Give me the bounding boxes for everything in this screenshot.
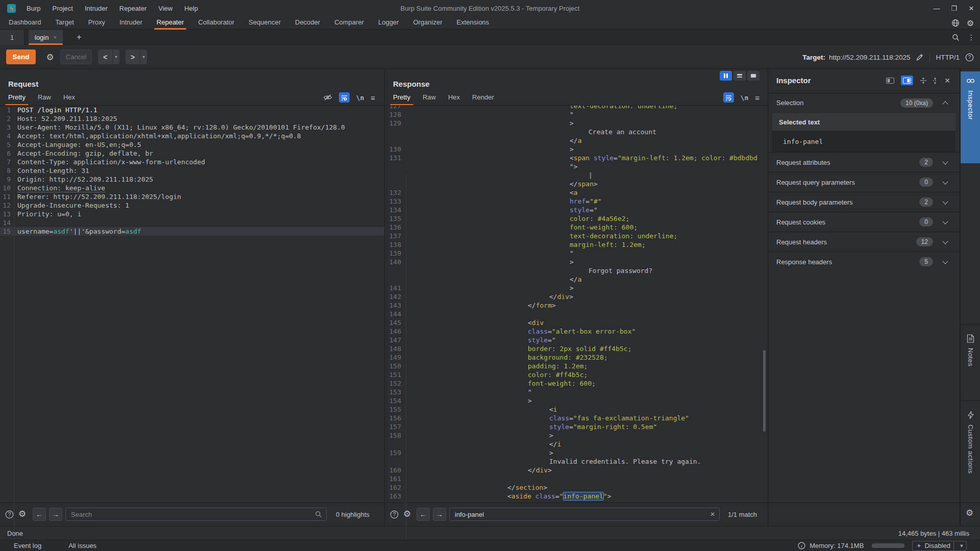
main-tab-logger[interactable]: Logger xyxy=(378,16,399,29)
inspector-close-icon[interactable]: ✕ xyxy=(944,77,950,85)
editor-menu-icon[interactable]: ≡ xyxy=(371,93,375,102)
inspector-section-request-headers[interactable]: Request headers12 xyxy=(768,232,960,252)
tab-search-icon[interactable] xyxy=(952,34,960,41)
main-tab-dashboard[interactable]: Dashboard xyxy=(9,16,41,29)
layout-single-view-button[interactable] xyxy=(747,71,760,81)
ai-dropdown-chevron-icon[interactable]: ▼ xyxy=(957,543,966,548)
settings-gear-icon[interactable]: ⚙ xyxy=(967,18,974,28)
inspector-section-request-cookies[interactable]: Request cookies0 xyxy=(768,212,960,232)
forward-button[interactable]: > xyxy=(126,53,140,61)
main-tab-intruder[interactable]: Intruder xyxy=(119,16,142,29)
help-icon[interactable]: ? xyxy=(965,53,974,62)
menu-project[interactable]: Project xyxy=(52,5,72,12)
inspector-dock-right-button[interactable] xyxy=(901,76,913,85)
response-scrollbar-thumb[interactable] xyxy=(763,350,766,432)
next-match-button[interactable]: → xyxy=(433,508,446,521)
repeater-tab-login[interactable]: login × xyxy=(29,30,63,45)
send-button[interactable]: Send xyxy=(6,49,36,64)
forward-dropdown-icon[interactable]: ▾ xyxy=(140,55,147,59)
close-button[interactable]: ✕ xyxy=(963,0,980,16)
back-dropdown-icon[interactable]: ▾ xyxy=(113,55,119,59)
expand-all-icon[interactable] xyxy=(932,77,939,84)
request-tab-raw[interactable]: Raw xyxy=(38,93,51,106)
forward-button-group[interactable]: > ▾ xyxy=(126,49,147,64)
section-expand-chevron-icon[interactable] xyxy=(942,238,948,244)
cancel-button[interactable]: Cancel xyxy=(60,49,92,64)
maximize-button[interactable]: ❐ xyxy=(945,0,963,16)
next-match-button[interactable]: → xyxy=(49,508,62,521)
event-log-button[interactable]: Event log xyxy=(14,542,41,549)
section-expand-chevron-icon[interactable] xyxy=(942,159,948,164)
tab-close-icon[interactable]: × xyxy=(53,34,56,40)
request-tab-pretty[interactable]: Pretty xyxy=(8,93,26,106)
main-tab-extensions[interactable]: Extensions xyxy=(457,16,489,29)
collapse-all-icon[interactable] xyxy=(920,77,927,84)
search-help-icon[interactable]: ? xyxy=(390,510,399,519)
search-settings-gear-icon[interactable]: ⚙ xyxy=(403,509,411,519)
request-search-input[interactable]: Search xyxy=(65,508,327,521)
previous-match-button[interactable]: ← xyxy=(33,508,46,521)
main-tab-sequencer[interactable]: Sequencer xyxy=(249,16,281,29)
menu-repeater[interactable]: Repeater xyxy=(119,5,146,12)
section-expand-chevron-icon[interactable] xyxy=(942,218,948,224)
layout-horizontal-split-button[interactable] xyxy=(733,71,746,81)
inspector-section-request-query-parameters[interactable]: Request query parameters0 xyxy=(768,172,960,192)
selected-text-value[interactable]: info-panel xyxy=(772,131,955,152)
send-settings-gear-icon[interactable]: ⚙ xyxy=(43,49,57,64)
main-tab-decoder[interactable]: Decoder xyxy=(295,16,320,29)
target-edit-pencil-icon[interactable] xyxy=(916,53,924,61)
repeater-tab-1[interactable]: 1 xyxy=(0,30,24,45)
burp-ai-dropdown[interactable]: ✦ Disabled ▼ xyxy=(912,541,967,551)
section-expand-chevron-icon[interactable] xyxy=(942,179,948,184)
add-tab-button[interactable]: + xyxy=(74,30,85,45)
section-expand-chevron-icon[interactable] xyxy=(942,258,948,264)
main-tab-comparer[interactable]: Comparer xyxy=(334,16,364,29)
memory-info-icon[interactable]: i xyxy=(798,542,805,549)
main-tab-repeater[interactable]: Repeater xyxy=(157,16,184,29)
word-wrap-toggle-icon[interactable] xyxy=(339,92,350,103)
word-wrap-toggle-icon[interactable] xyxy=(723,92,734,103)
back-button-group[interactable]: < ▾ xyxy=(98,49,119,64)
inspector-settings-gear-icon[interactable]: ⚙ xyxy=(966,508,973,518)
inspector-section-request-attributes[interactable]: Request attributes2 xyxy=(768,152,960,172)
main-tab-collaborator[interactable]: Collaborator xyxy=(198,16,234,29)
selection-collapse-chevron-icon[interactable] xyxy=(942,101,948,107)
response-tab-raw[interactable]: Raw xyxy=(423,93,436,106)
inspector-section-request-body-parameters[interactable]: Request body parameters2 xyxy=(768,192,960,212)
request-tab-hex[interactable]: Hex xyxy=(63,93,75,106)
menu-help[interactable]: Help xyxy=(184,5,198,12)
sidebar-tab-notes[interactable]: Notes xyxy=(961,329,980,385)
hide-nonprinting-eye-icon[interactable] xyxy=(323,94,332,101)
main-tab-proxy[interactable]: Proxy xyxy=(88,16,105,29)
request-editor[interactable]: 1POST /login HTTP/1.12Host: 52.209.211.1… xyxy=(0,106,384,503)
response-search-input[interactable]: info-panel ✕ xyxy=(449,508,720,521)
main-tab-target[interactable]: Target xyxy=(56,16,74,29)
sidebar-tab-custom-actions[interactable]: Custom actions xyxy=(961,406,980,487)
editor-menu-icon[interactable]: ≡ xyxy=(755,93,760,102)
show-newlines-toggle[interactable]: \n xyxy=(356,94,364,102)
kebab-menu-icon[interactable]: ⋮ xyxy=(968,33,975,41)
layout-vertical-split-button[interactable] xyxy=(720,71,732,81)
menu-burp[interactable]: Burp xyxy=(27,5,40,12)
search-settings-gear-icon[interactable]: ⚙ xyxy=(18,509,26,519)
sidebar-tab-inspector[interactable]: Inspector xyxy=(961,71,980,163)
inspector-section-response-headers[interactable]: Response headers5 xyxy=(768,252,960,271)
section-expand-chevron-icon[interactable] xyxy=(942,198,948,204)
response-editor[interactable]: 127text-decoration: underline;128"129>Cr… xyxy=(385,106,768,503)
menu-intruder[interactable]: Intruder xyxy=(85,5,108,12)
response-tab-pretty[interactable]: Pretty xyxy=(393,93,410,106)
back-button[interactable]: < xyxy=(98,53,112,61)
previous-match-button[interactable]: ← xyxy=(416,508,430,521)
menu-view[interactable]: View xyxy=(158,5,173,12)
minimize-button[interactable]: — xyxy=(928,0,945,16)
search-help-icon[interactable]: ? xyxy=(5,510,14,519)
extensions-globe-icon[interactable] xyxy=(951,19,960,27)
clear-search-icon[interactable]: ✕ xyxy=(710,511,715,518)
http-version-selector[interactable]: HTTP/1 xyxy=(936,54,960,61)
selection-section-header[interactable]: Selection 10 (0xa) xyxy=(776,93,951,113)
all-issues-button[interactable]: All issues xyxy=(68,542,96,549)
inspector-dock-left-button[interactable] xyxy=(884,76,896,85)
main-tab-organizer[interactable]: Organizer xyxy=(413,16,442,29)
show-newlines-toggle[interactable]: \n xyxy=(741,94,749,102)
response-tab-hex[interactable]: Hex xyxy=(448,93,460,106)
